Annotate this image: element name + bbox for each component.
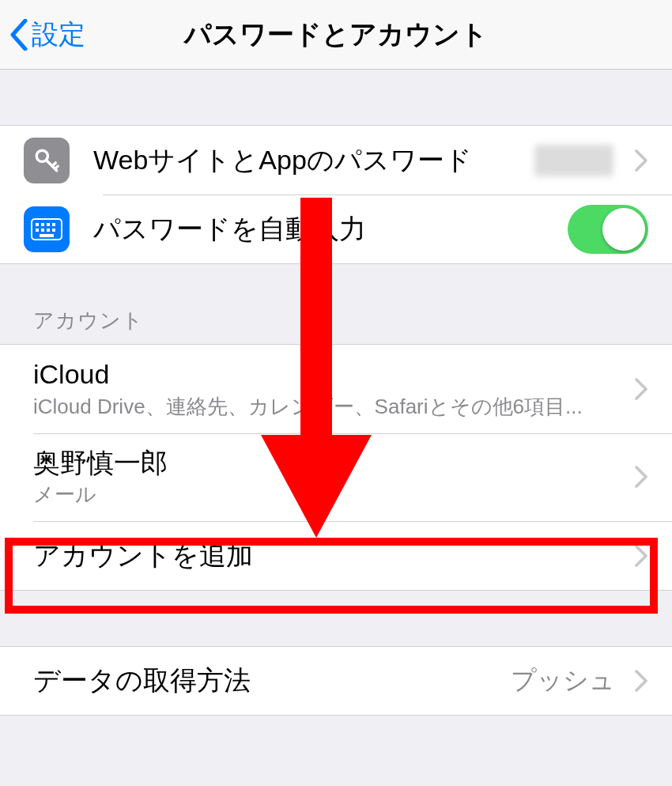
- account-row-user[interactable]: 奥野慎一郎 メール: [0, 433, 672, 522]
- autofill-passwords-label: パスワードを自動入力: [93, 211, 568, 248]
- chevron-right-icon: [634, 669, 648, 693]
- svg-rect-13: [40, 234, 54, 237]
- account-subtitle: iCloud Drive、連絡先、カレンダー、Safariとその他6項目...: [33, 393, 621, 421]
- svg-rect-11: [47, 229, 50, 232]
- svg-line-3: [55, 166, 59, 169]
- toggle-knob: [602, 208, 645, 251]
- password-count-blurred: [534, 145, 613, 176]
- autofill-toggle[interactable]: [568, 205, 648, 254]
- keyboard-icon: [24, 206, 70, 252]
- back-button[interactable]: 設定: [0, 17, 85, 53]
- svg-rect-12: [52, 229, 55, 232]
- chevron-right-icon: [634, 544, 648, 568]
- key-icon: [24, 138, 70, 183]
- svg-rect-10: [41, 229, 44, 232]
- svg-rect-8: [52, 223, 55, 226]
- passwords-group: WebサイトとAppのパスワード パスワードを自動入力: [0, 125, 672, 264]
- account-title: iCloud: [33, 357, 621, 391]
- accounts-header: アカウント: [0, 307, 672, 344]
- chevron-right-icon: [634, 465, 648, 489]
- back-label: 設定: [32, 17, 85, 53]
- chevron-left-icon: [9, 19, 28, 51]
- fetch-data-value: プッシュ: [511, 663, 615, 698]
- svg-rect-6: [41, 223, 44, 226]
- fetch-data-row[interactable]: データの取得方法 プッシュ: [0, 646, 672, 716]
- add-account-label: アカウントを追加: [33, 538, 621, 574]
- fetch-data-label: データの取得方法: [33, 663, 511, 699]
- account-title: 奥野慎一郎: [33, 446, 621, 480]
- account-row-icloud[interactable]: iCloud iCloud Drive、連絡先、カレンダー、Safariとその他…: [0, 344, 672, 433]
- add-account-row[interactable]: アカウントを追加: [0, 521, 672, 591]
- autofill-passwords-row[interactable]: パスワードを自動入力: [0, 195, 672, 264]
- accounts-group: アカウント iCloud iCloud Drive、連絡先、カレンダー、Safa…: [0, 307, 672, 591]
- svg-rect-9: [36, 229, 39, 232]
- svg-line-2: [52, 162, 55, 165]
- website-app-passwords-label: WebサイトとAppのパスワード: [93, 142, 534, 179]
- navigation-bar: 設定 パスワードとアカウント: [0, 0, 672, 70]
- fetch-group: データの取得方法 プッシュ: [0, 646, 672, 716]
- chevron-right-icon: [634, 149, 648, 172]
- svg-rect-5: [36, 223, 39, 226]
- chevron-right-icon: [634, 377, 648, 401]
- account-subtitle: メール: [33, 481, 621, 508]
- website-app-passwords-row[interactable]: WebサイトとAppのパスワード: [0, 125, 672, 195]
- svg-rect-7: [47, 223, 50, 226]
- page-title: パスワードとアカウント: [0, 17, 672, 53]
